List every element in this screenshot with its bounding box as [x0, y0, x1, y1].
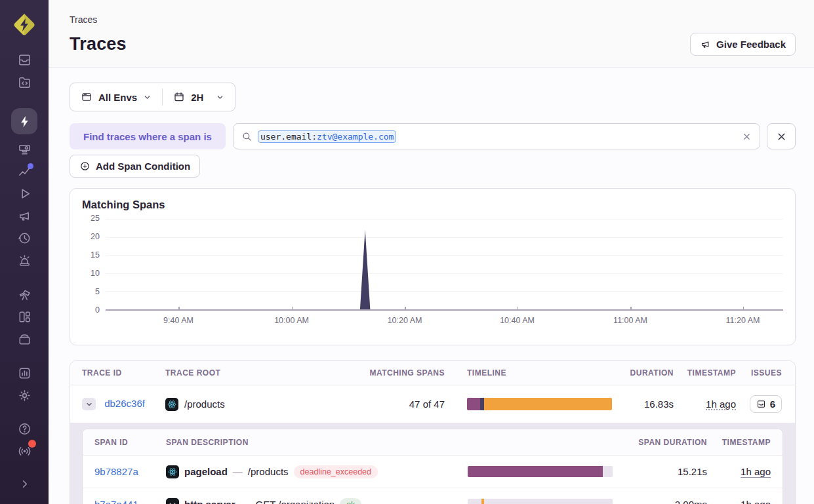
breadcrumb[interactable]: Traces: [70, 14, 796, 25]
window-icon: [81, 91, 92, 103]
sidebar-item-alerts[interactable]: [0, 249, 49, 271]
sidebar-item-profiling[interactable]: [0, 138, 49, 160]
bar-chart-icon: [17, 366, 32, 381]
col-span-description: Span Description: [166, 438, 468, 447]
chart-plot[interactable]: [106, 219, 783, 311]
megaphone-icon: [17, 208, 32, 223]
sidebar-item-replays[interactable]: [0, 182, 49, 204]
span-id-link[interactable]: 9b78827a: [94, 466, 138, 477]
chevron-down-icon: [216, 93, 224, 102]
span-description: GET /organization: [256, 499, 335, 504]
matching-spans-count: 47 of 47: [369, 398, 445, 410]
server-platform-icon: [166, 498, 179, 504]
add-span-condition-button[interactable]: Add Span Condition: [70, 155, 200, 178]
gear-icon: [17, 388, 32, 403]
span-timestamp[interactable]: 1h ago: [741, 499, 771, 504]
layout-grid-icon: [17, 309, 32, 324]
sidebar-item-releases[interactable]: [0, 227, 49, 249]
span-op: pageload: [184, 466, 228, 477]
time-period-filter[interactable]: 2H: [163, 83, 235, 111]
trace-timestamp[interactable]: 1h ago: [706, 398, 736, 410]
sidebar-item-insights[interactable]: [0, 160, 49, 182]
siren-icon: [17, 253, 32, 268]
bolt-icon: [17, 114, 32, 129]
chart-y-axis: 0510152025: [82, 219, 106, 311]
environment-filter-label: All Envs: [98, 92, 137, 103]
issues-icon: [756, 399, 766, 409]
span-row: 9b78827a pageload —: [83, 456, 783, 488]
col-matching-spans: Matching Spans: [369, 368, 445, 378]
clear-search-button[interactable]: [742, 132, 752, 142]
add-span-condition-label: Add Span Condition: [96, 161, 190, 172]
span-timeline-bar[interactable]: [468, 499, 613, 504]
play-icon: [17, 186, 32, 201]
telescope-icon: [17, 287, 32, 302]
col-span-duration: Span Duration: [613, 438, 707, 447]
span-timestamp[interactable]: 1h ago: [741, 466, 771, 477]
sidebar-item-whats-new[interactable]: [0, 440, 49, 462]
expanded-trace-panel: Span ID Span Description Span Duration T…: [70, 423, 795, 504]
col-span-id: Span ID: [83, 438, 166, 447]
org-logo-icon: [11, 12, 37, 38]
span-duration: 15.21s: [613, 466, 707, 477]
matching-spans-chart-card: Matching Spans 0510152025 9:40 AM10:00 A…: [70, 188, 796, 345]
chevron-right-icon: [17, 476, 32, 492]
history-clock-icon: [17, 231, 32, 246]
sidebar-item-dashboards[interactable]: [0, 305, 49, 328]
time-period-label: 2H: [191, 92, 203, 103]
trace-row: db26c36f /products 47 of 47: [70, 385, 795, 423]
search-token[interactable]: user.email:ztv@example.com: [258, 130, 397, 143]
trace-duration: 16.83s: [612, 398, 674, 410]
search-token-key: user.email:: [260, 132, 317, 142]
insights-notification-dot: [28, 163, 33, 169]
sidebar-item-feedback[interactable]: [0, 204, 49, 227]
sidebar-item-issues[interactable]: [0, 48, 49, 71]
storage-box-icon: [17, 332, 32, 347]
sidebar-item-stats[interactable]: [0, 362, 49, 384]
give-feedback-button[interactable]: Give Feedback: [690, 33, 796, 56]
issues-icon: [17, 52, 32, 68]
active-nav-highlight: [11, 108, 37, 134]
span-condition-label: Find traces where a span is: [70, 123, 226, 149]
sidebar-collapse-button[interactable]: [0, 473, 49, 495]
expand-trace-toggle[interactable]: [82, 398, 96, 410]
span-id-link[interactable]: b7a7e441: [94, 499, 138, 504]
trace-id-link[interactable]: db26c36f: [104, 398, 145, 409]
react-icon: [165, 398, 178, 411]
span-search-input[interactable]: user.email:ztv@example.com: [233, 123, 760, 149]
traces-table-header: Trace ID Trace Root Matching Spans Timel…: [70, 361, 795, 385]
chevron-down-icon: [143, 93, 152, 102]
org-logo[interactable]: [10, 10, 39, 39]
trace-root-name: /products: [184, 398, 225, 410]
chevron-down-icon: [85, 400, 93, 408]
sidebar-item-settings[interactable]: [0, 384, 49, 406]
filter-bar: All Envs 2H: [70, 83, 235, 111]
trace-issues-button[interactable]: 6: [750, 395, 782, 413]
folder-code-icon: [17, 75, 32, 90]
chart-title: Matching Spans: [82, 199, 783, 211]
page-header: Traces Traces Give Feedback: [49, 0, 814, 68]
close-icon: [742, 132, 752, 142]
sidebar-item-traces[interactable]: [0, 105, 49, 138]
spans-table: Span ID Span Description Span Duration T…: [82, 429, 783, 504]
sidebar-item-projects[interactable]: [0, 71, 49, 93]
col-issues: Issues: [736, 368, 794, 378]
sidebar-item-archive[interactable]: [0, 328, 49, 350]
span-op: http.server: [184, 499, 235, 504]
environment-filter[interactable]: All Envs: [70, 83, 162, 111]
react-icon: [166, 465, 179, 478]
span-timeline-bar[interactable]: [468, 466, 613, 477]
whats-new-notification-dot: [28, 440, 36, 448]
projector-icon: [17, 142, 32, 157]
trace-issues-count: 6: [770, 398, 775, 410]
col-timestamp: Timestamp: [674, 368, 736, 378]
remove-condition-button[interactable]: [767, 123, 796, 149]
traces-table: Trace ID Trace Root Matching Spans Timel…: [70, 360, 796, 504]
sidebar-item-help[interactable]: [0, 417, 49, 440]
span-description: /products: [248, 466, 289, 477]
sidebar-item-discover[interactable]: [0, 283, 49, 305]
separator: —: [241, 499, 251, 504]
col-timeline: Timeline: [445, 368, 612, 378]
trace-timeline-bar[interactable]: [467, 398, 612, 410]
col-trace-id: Trace ID: [70, 368, 165, 378]
